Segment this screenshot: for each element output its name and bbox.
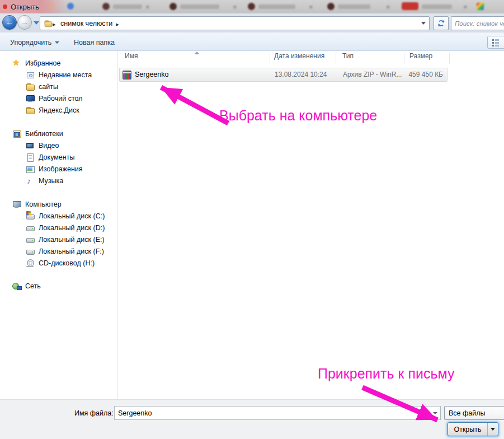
tab-favicon [102,3,110,10]
folder-icon [26,82,35,91]
column-separator[interactable] [336,53,336,64]
tab-favicon [477,3,484,10]
sidebar-item-disk-f[interactable]: Локальный диск (F:) [26,245,104,257]
open-button-dropdown[interactable] [487,423,498,436]
sidebar-item-label: Локальный диск (E:) [39,236,105,244]
sidebar-item-label: Музыка [39,177,63,185]
sidebar-item-label: Локальный диск (C:) [39,212,105,220]
breadcrumb-chevron-icon [53,18,58,29]
column-header-size[interactable]: Размер [409,52,432,60]
blurred-tabs-background [0,0,504,13]
drive-icon [26,235,35,244]
browser-tab-strip: Открыть [0,0,504,13]
column-separator[interactable] [404,53,404,64]
open-button-label[interactable]: Открыть [448,423,487,436]
back-button[interactable] [2,15,17,30]
sidebar-item-disk-d[interactable]: Локальный диск (D:) [26,222,105,233]
organize-label: Упорядочить [10,39,51,46]
sidebar-item-network[interactable]: Сеть [12,280,41,292]
recent-places-icon [26,71,35,80]
winrar-archive-icon [123,71,131,80]
sidebar-item-music[interactable]: Музыка [26,175,63,186]
sidebar-item-disk-e[interactable]: Локальный диск (E:) [26,233,105,245]
sort-ascending-icon [194,52,200,54]
music-icon [26,176,35,185]
sidebar-item-label: Локальный диск (F:) [39,247,104,255]
cd-drive-icon [26,259,35,268]
breadcrumb-folder[interactable]: снимок челюсти [60,20,112,27]
file-date: 13.08.2024 10:24 [275,71,327,78]
sidebar-item-pictures[interactable]: Изображения [26,163,83,175]
list-view-icon [492,39,494,41]
breadcrumb[interactable]: снимок челюсти [40,16,430,30]
sidebar-item-cd-drive-h[interactable]: CD-дисковод (H:) [26,257,95,269]
filetype-select[interactable]: Все файлы [444,406,504,420]
libraries-icon [12,129,21,138]
tab-close-icon [233,2,237,12]
new-folder-button[interactable]: Новая папка [70,36,118,48]
sidebar-item-disk-c[interactable]: Локальный диск (C:) [26,210,105,222]
sidebar-item-yandex-disk[interactable]: Яндекс.Диск [26,104,79,116]
dialog-title: Открыть [11,3,39,11]
new-folder-label: Новая папка [74,39,115,46]
search-box [451,16,504,30]
organize-button[interactable]: Упорядочить [7,36,63,48]
image-icon [26,165,35,174]
open-button[interactable]: Открыть [448,422,498,436]
sidebar-item-favorites[interactable]: Избранное [12,57,60,69]
sidebar-item-desktop[interactable]: Рабочий стол [26,92,82,104]
column-separator[interactable] [270,53,270,64]
sidebar-item-documents[interactable]: Документы [26,151,74,163]
column-header-date[interactable]: Дата изменения [274,52,324,60]
forward-button[interactable] [17,15,32,30]
file-name: Sergeenko [135,71,168,78]
tab-favicon [248,3,255,10]
sidebar-item-label: CD-дисковод (H:) [39,259,95,267]
sidebar-item-label: Изображения [39,165,83,173]
video-icon [26,141,35,150]
navigation-bar: снимок челюсти [0,13,504,32]
tab-title-blur [258,4,295,9]
column-separator[interactable] [449,53,450,64]
folder-icon [44,19,52,27]
folder-icon [26,106,35,115]
address-dropdown-icon[interactable] [421,22,426,25]
tab-title-blur [180,4,219,9]
sidebar-divider [117,51,118,399]
sidebar-item-libraries[interactable]: Библиотеки [12,128,63,139]
drive-icon [26,247,35,256]
sidebar-item-label: Библиотеки [25,130,63,138]
sidebar-item-label: Компьютер [25,200,62,208]
sidebar-item-label: Недавние места [39,71,92,79]
tab-title-blur [422,4,452,9]
history-dropdown-icon[interactable] [34,21,39,25]
filename-field [114,406,441,420]
search-input[interactable] [451,17,504,30]
dialog-titlebar: Открыть [0,0,68,13]
sidebar-item-label: Видео [39,142,59,150]
column-header-type[interactable]: Тип [342,52,354,60]
filename-dropdown-icon[interactable] [433,412,437,414]
tab-favicon [402,2,418,10]
sidebar-item-computer[interactable]: Компьютер [12,198,62,210]
network-icon [12,282,21,291]
sidebar-item-label: Сеть [25,282,41,290]
tab-close-icon [463,2,468,12]
filename-input[interactable] [115,407,440,419]
sidebar-item-label: Локальный диск (D:) [39,224,105,232]
file-row-sergeenko[interactable]: Sergeenko 13.08.2024 10:24 Архив ZIP - W… [119,68,448,82]
refresh-button[interactable] [434,16,449,30]
change-view-button[interactable] [487,36,504,49]
sidebar-item-label: Избранное [25,59,60,67]
tab-close-icon [145,2,150,12]
sidebar-item-label: Документы [39,153,74,161]
tab-title-blur [338,4,370,9]
document-icon [26,153,35,162]
column-header-name[interactable]: Имя [125,52,138,60]
drive-icon [26,223,35,232]
sidebar-item-recent-places[interactable]: Недавние места [26,69,92,81]
computer-icon [12,200,21,209]
sidebar-item-sites[interactable]: сайты [26,81,58,92]
sidebar-item-label: Яндекс.Диск [39,106,79,114]
sidebar-item-videos[interactable]: Видео [26,139,59,151]
